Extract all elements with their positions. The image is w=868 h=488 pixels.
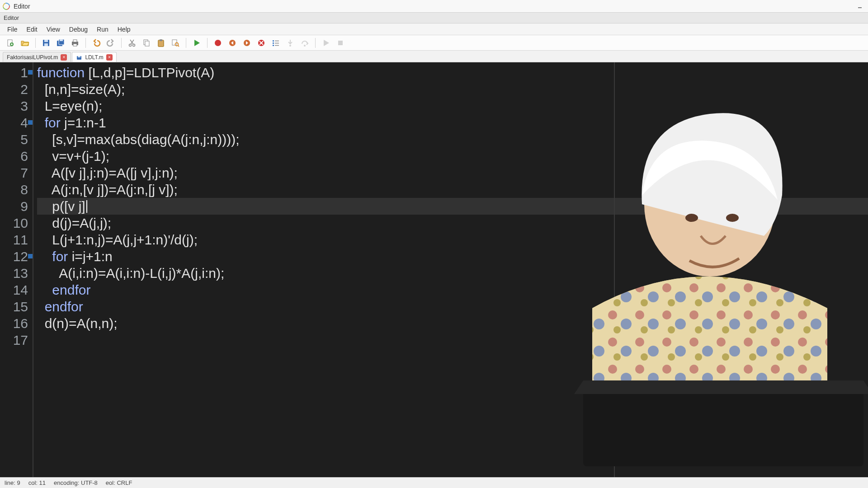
breakpoints-button[interactable] — [269, 37, 283, 49]
new-file-button[interactable] — [4, 37, 17, 49]
text-caret — [86, 200, 87, 213]
tab-ldlt[interactable]: LDLT.m × — [72, 52, 116, 62]
step-into-button[interactable] — [283, 37, 297, 49]
save-all-button[interactable] — [54, 37, 67, 49]
line-number: 13 — [0, 265, 28, 282]
svg-point-38 — [289, 45, 291, 47]
fold-marker[interactable] — [28, 254, 33, 258]
continue-button[interactable] — [319, 37, 333, 49]
code-line[interactable] — [37, 332, 868, 348]
undo-button[interactable] — [90, 37, 103, 49]
line-number: 6 — [0, 148, 28, 164]
fold-marker[interactable] — [28, 70, 33, 75]
svg-rect-10 — [60, 39, 63, 41]
subheader-text: Editor — [4, 14, 19, 21]
code-line[interactable]: A(i,i:n)=A(i,i:n)-L(i,j)*A(j,i:n); — [37, 265, 868, 282]
code-line[interactable]: for i=j+1:n — [37, 248, 868, 265]
find-button[interactable] — [169, 37, 182, 49]
line-number: 17 — [0, 332, 28, 348]
halt-button[interactable] — [334, 37, 347, 49]
svg-line-17 — [130, 40, 133, 44]
menu-help[interactable]: Help — [113, 24, 135, 34]
code-line[interactable]: [s,v]=max(abs(diag(A(j:n,j:n)))); — [37, 131, 868, 148]
code-line[interactable]: L=eye(n); — [37, 98, 868, 114]
paste-button[interactable] — [154, 37, 168, 49]
tabbar: FaktorisasiLUPivot.m × LDLT.m × — [0, 51, 868, 62]
code-line[interactable]: v=v+(j-1); — [37, 148, 868, 164]
line-number: 14 — [0, 282, 28, 298]
menu-view[interactable]: View — [42, 24, 65, 34]
copy-button[interactable] — [140, 37, 153, 49]
status-eol: eol: CRLF — [106, 479, 132, 486]
code-editor[interactable]: 1234567891011121314151617 function [L,d,… — [0, 62, 868, 477]
code-line[interactable]: L(j+1:n,j)=A(j,j+1:n)'/d(j); — [37, 231, 868, 248]
svg-rect-33 — [273, 42, 274, 44]
code-line[interactable]: d(n)=A(n,n); — [37, 315, 868, 332]
gutter: 1234567891011121314151617 — [0, 62, 33, 477]
close-tab-icon[interactable]: × — [106, 54, 113, 61]
code-line[interactable]: for j=1:n-1 — [37, 114, 868, 131]
cut-button[interactable] — [125, 37, 139, 49]
code-line[interactable]: d(j)=A(j,j); — [37, 215, 868, 231]
svg-rect-7 — [44, 43, 48, 46]
run-button[interactable] — [190, 37, 203, 49]
code-line[interactable]: [n,n]=size(A); — [37, 81, 868, 98]
app-icon — [1, 1, 11, 11]
status-line: line: 9 — [5, 479, 20, 486]
sub-header: Editor — [0, 13, 868, 23]
svg-rect-21 — [158, 40, 164, 47]
svg-rect-42 — [78, 56, 80, 57]
line-number: 4 — [0, 114, 28, 131]
titlebar: Editor — [0, 0, 868, 13]
tab-label: LDLT.m — [85, 54, 103, 61]
menu-run[interactable]: Run — [92, 24, 113, 34]
line-number: 16 — [0, 315, 28, 332]
toolbar — [0, 35, 868, 51]
minimize-button[interactable] — [854, 2, 865, 10]
svg-rect-34 — [273, 45, 274, 46]
svg-rect-13 — [73, 44, 77, 46]
step-back-button[interactable] — [226, 37, 239, 49]
print-button[interactable] — [68, 37, 82, 49]
open-button[interactable] — [18, 37, 32, 49]
menu-debug[interactable]: Debug — [65, 24, 92, 34]
line-number: 8 — [0, 181, 28, 198]
svg-point-14 — [129, 44, 132, 46]
line-number: 9 — [0, 198, 28, 215]
line-number: 11 — [0, 231, 28, 248]
menu-file[interactable]: File — [3, 24, 22, 34]
breakpoint-button[interactable] — [211, 37, 225, 49]
line-number: 10 — [0, 215, 28, 231]
fold-marker[interactable] — [28, 120, 33, 125]
svg-rect-22 — [160, 39, 162, 41]
tab-faktorisasi[interactable]: FaktorisasiLUPivot.m × — [3, 52, 71, 62]
svg-rect-40 — [338, 41, 343, 45]
svg-rect-12 — [73, 40, 77, 42]
statusbar: line: 9 col: 11 encoding: UTF-8 eol: CRL… — [0, 477, 868, 488]
step-forward-button[interactable] — [240, 37, 254, 49]
line-number: 7 — [0, 164, 28, 181]
svg-point-15 — [133, 44, 135, 46]
code-line[interactable]: endfor — [37, 282, 868, 298]
svg-rect-6 — [44, 40, 48, 42]
close-tab-icon[interactable]: × — [61, 54, 67, 61]
code-line[interactable]: A(j:n,[v j])=A(j:n,[j v]); — [37, 181, 868, 198]
step-over-button[interactable] — [298, 37, 311, 49]
line-number: 3 — [0, 98, 28, 114]
tab-label: FaktorisasiLUPivot.m — [7, 54, 58, 61]
line-number: 5 — [0, 131, 28, 148]
save-button[interactable] — [39, 37, 53, 49]
menu-edit[interactable]: Edit — [22, 24, 42, 34]
window-title: Editor — [14, 3, 30, 10]
line-number: 15 — [0, 298, 28, 315]
code-line[interactable]: p([v j] — [37, 198, 868, 215]
code-line[interactable]: function [L,d,p]=LDLTPivot(A) — [37, 64, 868, 81]
svg-point-39 — [304, 45, 306, 47]
stop-button[interactable] — [255, 37, 268, 49]
svg-rect-32 — [273, 40, 274, 42]
redo-button[interactable] — [104, 37, 118, 49]
code-area[interactable]: function [L,d,p]=LDLTPivot(A) [n,n]=size… — [33, 62, 868, 477]
code-line[interactable]: A([v j],j:n)=A([j v],j:n); — [37, 164, 868, 181]
svg-line-16 — [131, 40, 134, 44]
code-line[interactable]: endfor — [37, 298, 868, 315]
